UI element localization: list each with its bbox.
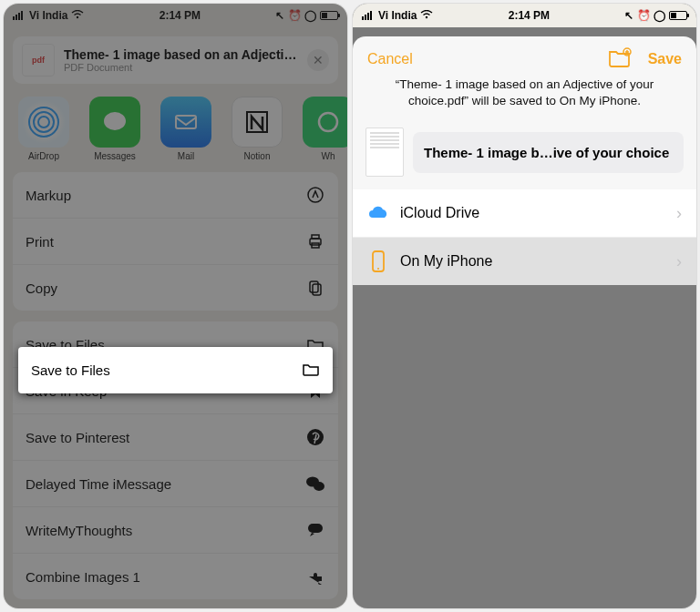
printer-icon <box>305 231 325 251</box>
share-target-label: Wh <box>303 151 347 161</box>
cancel-button[interactable]: Cancel <box>367 51 413 67</box>
action-print[interactable]: Print <box>13 218 338 264</box>
svg-rect-9 <box>176 116 196 128</box>
svg-point-29 <box>377 268 379 270</box>
action-markup[interactable]: Markup <box>13 172 338 218</box>
svg-point-20 <box>314 482 324 491</box>
svg-rect-14 <box>312 235 319 239</box>
action-label: Save to Pinterest <box>26 430 129 445</box>
share-target-messages[interactable]: Messages <box>89 97 140 161</box>
share-target-notion[interactable]: Notion <box>232 97 283 161</box>
save-sheet: Cancel Save “Theme- 1 image based on an … <box>353 36 696 608</box>
svg-rect-17 <box>313 284 321 295</box>
svg-point-26 <box>426 16 427 18</box>
chevron-right-icon: › <box>676 252 682 271</box>
copy-icon <box>305 278 325 298</box>
svg-rect-23 <box>365 15 366 20</box>
action-save-pinterest[interactable]: Save to Pinterest <box>13 413 338 460</box>
action-label: Delayed Time iMessage <box>26 476 171 492</box>
sheet-header: Cancel Save <box>353 36 696 76</box>
save-description: “Theme- 1 image based on an Adjective of… <box>353 76 696 120</box>
action-list-primary: Markup Print Copy <box>13 172 338 311</box>
filename-row: Theme- 1 image b…ive of your choice <box>353 120 696 189</box>
airdrop-icon <box>18 97 69 148</box>
share-sheet-screen: Vi India 2:14 PM ↖ ⏰ ◯ pdf Theme- 1 imag… <box>4 4 347 608</box>
svg-rect-16 <box>310 281 318 292</box>
file-preview-card: pdf Theme- 1 image based on an Adjective… <box>13 36 338 84</box>
share-target-label: Messages <box>89 151 140 161</box>
location-label: On My iPhone <box>400 253 665 270</box>
messages-icon <box>89 97 140 148</box>
status-glyphs: ↖ ⏰ ◯ <box>624 9 665 22</box>
svg-rect-24 <box>367 13 369 20</box>
action-delayed-imessage[interactable]: Delayed Time iMessage <box>13 460 338 506</box>
file-title: Theme- 1 image based on an Adjective… <box>64 47 298 62</box>
signal-icon <box>362 11 375 20</box>
svg-point-6 <box>34 112 54 132</box>
share-target-label: Mail <box>160 151 211 161</box>
puzzle-icon <box>305 566 325 586</box>
action-label: Copy <box>26 280 57 296</box>
status-bar: Vi India 2:14 PM ↖ ⏰ ◯ <box>353 4 696 27</box>
icloud-icon <box>367 202 389 224</box>
pdf-thumbnail-icon: pdf <box>22 44 55 76</box>
location-list: iCloud Drive › On My iPhone › <box>353 189 696 285</box>
file-type: PDF Document <box>64 62 298 73</box>
chat-icon <box>305 474 325 494</box>
action-copy[interactable]: Copy <box>13 264 338 311</box>
action-label: Save to Files <box>31 362 110 378</box>
save-to-files-screen: Vi India 2:14 PM ↖ ⏰ ◯ Cancel Save “Them… <box>353 4 696 608</box>
chevron-right-icon: › <box>676 204 682 223</box>
highlighted-save-to-files[interactable]: Save to Files <box>18 347 333 393</box>
svg-rect-21 <box>308 524 323 533</box>
empty-area <box>353 285 696 608</box>
whatsapp-icon <box>303 97 347 148</box>
battery-icon <box>669 11 687 20</box>
notion-icon <box>232 97 283 148</box>
save-button[interactable]: Save <box>648 51 682 67</box>
action-label: WriteMyThoughts <box>26 523 132 538</box>
folder-icon <box>302 360 320 381</box>
new-folder-button[interactable] <box>608 47 632 71</box>
mail-icon <box>160 97 211 148</box>
markup-icon <box>305 185 325 205</box>
action-label: Markup <box>26 188 71 203</box>
action-combine-images[interactable]: Combine Images 1 <box>13 553 338 599</box>
action-label: Combine Images 1 <box>26 569 140 585</box>
pinterest-icon <box>305 427 325 447</box>
iphone-icon <box>367 250 389 272</box>
clock: 2:14 PM <box>509 9 550 22</box>
share-target-label: Notion <box>232 151 283 161</box>
share-target-label: AirDrop <box>18 151 69 161</box>
filename-input[interactable]: Theme- 1 image b…ive of your choice <box>413 132 684 173</box>
action-label: Print <box>26 234 54 250</box>
share-target-whatsapp[interactable]: Wh <box>303 97 347 161</box>
svg-rect-22 <box>362 16 364 20</box>
share-target-mail[interactable]: Mail <box>160 97 211 161</box>
share-sheet: pdf Theme- 1 image based on an Adjective… <box>4 4 347 608</box>
location-icloud-drive[interactable]: iCloud Drive › <box>353 189 696 237</box>
svg-rect-25 <box>370 11 372 20</box>
wifi-icon <box>420 9 433 22</box>
location-label: iCloud Drive <box>400 205 665 221</box>
document-thumbnail-icon <box>365 128 404 177</box>
svg-point-8 <box>104 112 126 130</box>
svg-point-11 <box>319 113 337 131</box>
close-button[interactable]: ✕ <box>307 49 329 71</box>
thought-icon <box>305 520 325 540</box>
share-apps-row: AirDrop Messages Mail Notion <box>4 91 347 168</box>
svg-point-5 <box>38 117 49 128</box>
location-on-my-iphone[interactable]: On My iPhone › <box>353 237 696 285</box>
carrier-label: Vi India <box>378 9 417 22</box>
share-target-airdrop[interactable]: AirDrop <box>18 97 69 161</box>
action-writemythoughts[interactable]: WriteMyThoughts <box>13 506 338 553</box>
